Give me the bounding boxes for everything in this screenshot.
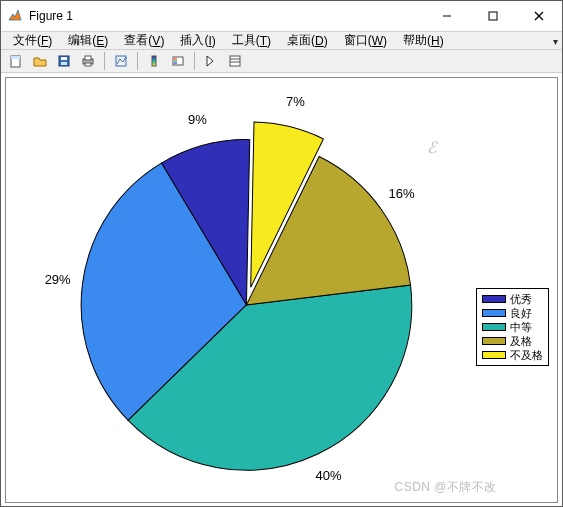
legend-label: 优秀 (510, 292, 532, 306)
menu-i[interactable]: 插入(I) (172, 32, 223, 49)
legend-item[interactable]: 良好 (482, 306, 543, 320)
pie-datalabel: 7% (286, 94, 305, 109)
window-title: Figure 1 (29, 9, 424, 23)
save-button[interactable] (53, 50, 75, 72)
svg-rect-13 (152, 56, 156, 66)
toolbar-separator (194, 52, 195, 70)
axes-area[interactable]: 9%29%40%16%7% ℰ 优秀良好中等及格不及格 CSDN @不牌不改 (5, 77, 558, 503)
matlab-logo-icon (7, 8, 23, 24)
new-figure-button[interactable] (5, 50, 27, 72)
svg-rect-8 (61, 62, 67, 65)
edit-plot-button[interactable] (200, 50, 222, 72)
insert-legend-button[interactable] (167, 50, 189, 72)
pie-datalabel: 16% (389, 186, 415, 201)
property-inspector-button[interactable] (224, 50, 246, 72)
svg-rect-7 (61, 57, 67, 60)
menu-t[interactable]: 工具(T) (224, 32, 279, 49)
legend-label: 及格 (510, 334, 532, 348)
pie-chart: 9%29%40%16%7% (6, 78, 557, 502)
watermark-text: CSDN @不牌不改 (394, 479, 497, 496)
toolbar (1, 50, 562, 73)
menubar: 文件(F)编辑(E)查看(V)插入(I)工具(T)桌面(D)窗口(W)帮助(H)… (1, 31, 562, 50)
menu-d[interactable]: 桌面(D) (279, 32, 336, 49)
legend-swatch-icon (482, 351, 506, 359)
legend-swatch-icon (482, 295, 506, 303)
maximize-button[interactable] (470, 1, 516, 31)
pie-datalabel: 9% (188, 112, 207, 127)
titlebar: Figure 1 (1, 1, 562, 31)
insert-colorbar-button[interactable] (143, 50, 165, 72)
open-button[interactable] (29, 50, 51, 72)
menu-h[interactable]: 帮助(H) (395, 32, 452, 49)
legend-label: 中等 (510, 320, 532, 334)
legend-label: 不及格 (510, 348, 543, 362)
menu-f[interactable]: 文件(F) (5, 32, 60, 49)
toolbar-separator (137, 52, 138, 70)
link-plot-button[interactable] (110, 50, 132, 72)
svg-rect-11 (85, 63, 91, 66)
legend[interactable]: 优秀良好中等及格不及格 (476, 288, 549, 366)
pie-datalabel: 40% (316, 468, 342, 483)
toolbar-separator (104, 52, 105, 70)
pie-datalabel: 29% (45, 272, 71, 287)
legend-swatch-icon (482, 309, 506, 317)
figure-window: Figure 1 文件(F)编辑(E)查看(V)插入(I)工具(T)桌面(D)窗… (0, 0, 563, 507)
minimize-button[interactable] (424, 1, 470, 31)
menu-w[interactable]: 窗口(W) (336, 32, 395, 49)
legend-swatch-icon (482, 323, 506, 331)
svg-rect-1 (489, 12, 497, 20)
svg-rect-18 (230, 56, 240, 66)
legend-item[interactable]: 不及格 (482, 348, 543, 362)
close-button[interactable] (516, 1, 562, 31)
decorative-mark-icon: ℰ (427, 138, 437, 157)
svg-rect-10 (85, 56, 91, 60)
svg-rect-5 (11, 56, 20, 59)
legend-label: 良好 (510, 306, 532, 320)
menubar-corner-icon: ▾ (553, 36, 558, 47)
legend-item[interactable]: 优秀 (482, 292, 543, 306)
print-button[interactable] (77, 50, 99, 72)
legend-item[interactable]: 及格 (482, 334, 543, 348)
legend-swatch-icon (482, 337, 506, 345)
svg-rect-12 (116, 56, 126, 66)
menu-v[interactable]: 查看(V) (116, 32, 172, 49)
legend-item[interactable]: 中等 (482, 320, 543, 334)
menu-e[interactable]: 编辑(E) (60, 32, 116, 49)
